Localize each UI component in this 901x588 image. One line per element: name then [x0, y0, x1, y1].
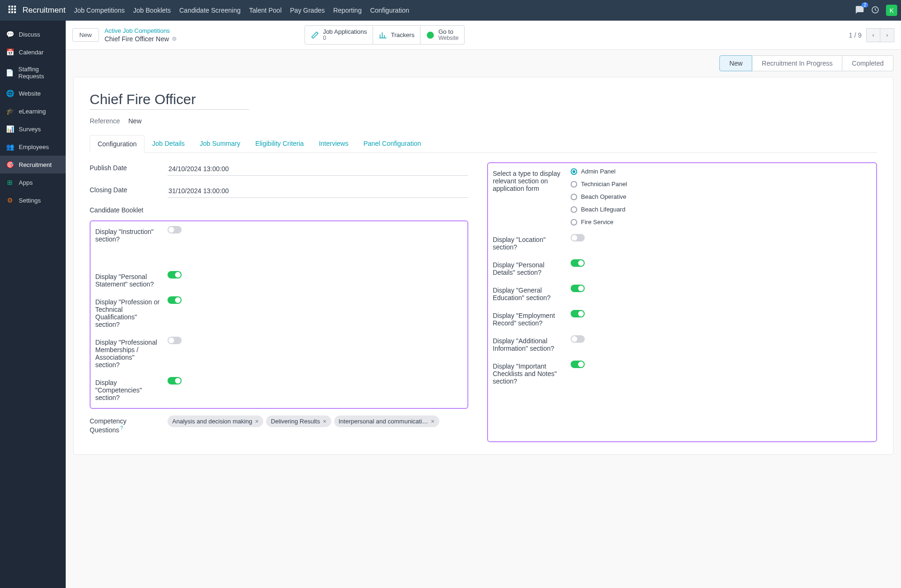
topnav-menu: Job Competitions Job Booklets Candidate …: [74, 7, 855, 14]
form-tabs: Configuration Job Details Job Summary El…: [90, 135, 877, 153]
sidebar-item-website[interactable]: 🌐Website: [0, 84, 66, 102]
left-highlight-box: Display "Instruction" section? Display "…: [90, 220, 468, 409]
menu-job-booklets[interactable]: Job Booklets: [133, 7, 171, 14]
radio-technician-panel[interactable]: Technician Panel: [571, 181, 871, 188]
top-nav: Recruitment Job Competitions Job Booklet…: [0, 0, 901, 21]
globe-icon: 🌐: [6, 89, 14, 98]
sidebar-item-elearning[interactable]: 🎓eLearning: [0, 102, 66, 120]
website-icon: [426, 31, 435, 39]
remove-tag-icon[interactable]: ×: [431, 418, 435, 425]
display-general-education-label: Display "General Education" section?: [493, 285, 563, 302]
statbtn-trackers[interactable]: Trackers: [373, 25, 420, 45]
menu-reporting[interactable]: Reporting: [333, 7, 362, 14]
display-additional-info-toggle[interactable]: [571, 335, 585, 343]
menu-candidate-screening[interactable]: Candidate Screening: [179, 7, 241, 14]
menu-pay-grades[interactable]: Pay Grades: [290, 7, 325, 14]
stage-new[interactable]: New: [719, 55, 752, 71]
gear-icon: ⚙: [6, 196, 14, 204]
display-important-toggle[interactable]: [571, 361, 585, 368]
competency-tags[interactable]: Analysis and decision making× Delivering…: [168, 415, 468, 427]
graduation-icon: 🎓: [6, 107, 14, 115]
record-gear-icon[interactable]: ⚙: [172, 36, 177, 42]
stage-completed[interactable]: Completed: [842, 55, 893, 71]
menu-job-competitions[interactable]: Job Competitions: [74, 7, 125, 14]
closing-date-input[interactable]: [168, 184, 468, 198]
grid-icon: ⊞: [6, 178, 14, 187]
pager-prev-button[interactable]: ‹: [866, 28, 880, 42]
help-icon[interactable]: ?: [120, 425, 123, 430]
display-important-label: Display "Important Checklists and Notes"…: [493, 361, 563, 385]
publish-date-input[interactable]: [168, 162, 468, 176]
sidebar-item-calendar[interactable]: 📅Calendar: [0, 43, 66, 61]
display-profession-toggle[interactable]: [168, 296, 182, 304]
breadcrumb-parent[interactable]: Active Job Competitions: [105, 27, 177, 34]
pager-next-button[interactable]: ›: [880, 28, 894, 42]
tab-panel-config[interactable]: Panel Configuration: [356, 135, 428, 152]
sidebar-item-settings[interactable]: ⚙Settings: [0, 191, 66, 209]
statbtn-job-applications[interactable]: Job Applications0: [305, 25, 373, 45]
user-avatar[interactable]: K: [886, 5, 897, 16]
pager-text: 1 / 9: [849, 31, 862, 39]
display-profession-label: Display "Profession or Technical Qualifi…: [95, 296, 160, 328]
select-type-label: Select a type to display relevant sectio…: [493, 168, 563, 192]
display-personal-details-toggle[interactable]: [571, 259, 585, 267]
display-instruction-toggle[interactable]: [168, 226, 182, 234]
closing-date-label: Closing Date: [90, 184, 160, 194]
messages-badge: 2: [862, 2, 868, 8]
display-memberships-toggle[interactable]: [168, 337, 182, 344]
display-instruction-label: Display "Instruction" section?: [95, 226, 160, 243]
radio-beach-operative[interactable]: Beach Operative: [571, 193, 871, 200]
display-location-label: Display "Location" section?: [493, 234, 563, 251]
competency-questions-label: Competency Questions?: [90, 415, 160, 434]
brand-title: Recruitment: [23, 6, 66, 15]
new-button[interactable]: New: [72, 28, 99, 42]
menu-talent-pool[interactable]: Talent Pool: [249, 7, 282, 14]
radio-fire-service[interactable]: Fire Service: [571, 219, 871, 226]
sidebar-item-staffing[interactable]: 📄Staffing Requests: [0, 61, 66, 84]
tag-analysis[interactable]: Analysis and decision making×: [168, 415, 263, 427]
display-memberships-label: Display "Professional Memberships / Asso…: [95, 337, 160, 369]
display-personal-statement-label: Display "Personal Statement" section?: [95, 271, 160, 288]
display-general-education-toggle[interactable]: [571, 285, 585, 292]
tag-delivering[interactable]: Delivering Results×: [266, 415, 331, 427]
content-header: New Active Job Competitions Chief Fire O…: [66, 21, 901, 50]
messages-icon[interactable]: 2: [855, 5, 864, 16]
display-competencies-toggle[interactable]: [168, 377, 182, 384]
sidebar-item-apps[interactable]: ⊞Apps: [0, 173, 66, 191]
left-sidebar: 💬Discuss 📅Calendar 📄Staffing Requests 🌐W…: [0, 21, 66, 588]
display-employment-toggle[interactable]: [571, 310, 585, 317]
radio-beach-lifeguard[interactable]: Beach Lifeguard: [571, 206, 871, 213]
display-personal-statement-toggle[interactable]: [168, 271, 182, 279]
tab-job-details[interactable]: Job Details: [145, 135, 192, 152]
tab-eligibility[interactable]: Eligibility Criteria: [248, 135, 311, 152]
tab-configuration[interactable]: Configuration: [90, 135, 145, 153]
radio-admin-panel[interactable]: Admin Panel: [571, 168, 871, 175]
statbtn-go-website[interactable]: Go toWebsite: [420, 25, 465, 45]
chart-icon: [379, 31, 387, 39]
tab-interviews[interactable]: Interviews: [311, 135, 356, 152]
sidebar-item-discuss[interactable]: 💬Discuss: [0, 25, 66, 43]
pager: 1 / 9 ‹ ›: [849, 28, 894, 42]
tag-interpersonal[interactable]: Interpersonal and communicati…×: [334, 415, 439, 427]
sidebar-item-surveys[interactable]: 📊Surveys: [0, 120, 66, 138]
stage-in-progress[interactable]: Recruitment In Progress: [752, 55, 842, 71]
publish-date-label: Publish Date: [90, 162, 160, 172]
left-column: Publish Date Closing Date Candidate Book…: [90, 162, 468, 442]
activity-icon[interactable]: [871, 6, 879, 15]
stage-bar: New Recruitment In Progress Completed: [66, 50, 901, 77]
display-location-toggle[interactable]: [571, 234, 585, 241]
document-icon: 📄: [6, 68, 14, 77]
menu-configuration[interactable]: Configuration: [370, 7, 409, 14]
sidebar-item-recruitment[interactable]: 🎯Recruitment: [0, 156, 66, 173]
remove-tag-icon[interactable]: ×: [323, 418, 327, 425]
apps-grid-icon[interactable]: [8, 6, 18, 15]
radio-dot-icon: [571, 194, 577, 200]
main-content: New Active Job Competitions Chief Fire O…: [66, 21, 901, 588]
record-title-input[interactable]: [90, 90, 249, 110]
panel-type-radios: Admin Panel Technician Panel Beach Opera…: [571, 168, 871, 226]
remove-tag-icon[interactable]: ×: [255, 418, 259, 425]
tab-job-summary[interactable]: Job Summary: [192, 135, 248, 152]
sidebar-item-employees[interactable]: 👥Employees: [0, 138, 66, 156]
pencil-icon: [311, 31, 319, 39]
radio-dot-icon: [571, 219, 577, 226]
